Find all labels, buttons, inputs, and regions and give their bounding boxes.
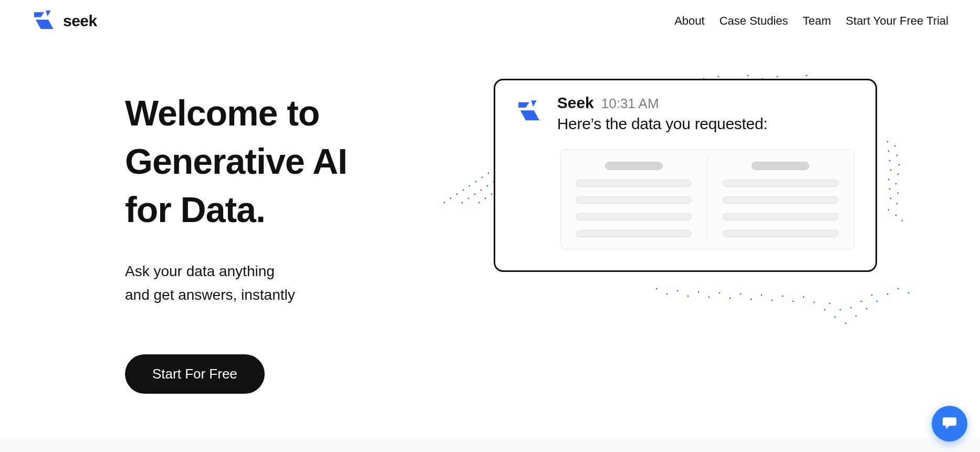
nav-link-start-trial[interactable]: Start Your Free Trial xyxy=(846,14,948,28)
svg-point-71 xyxy=(729,298,731,299)
svg-point-36 xyxy=(443,202,445,204)
logo-text: seek xyxy=(63,12,97,30)
footer-band xyxy=(0,439,980,452)
chat-card-title-row: Seek 10:31 AM xyxy=(557,94,860,112)
svg-point-35 xyxy=(450,198,451,199)
chat-timestamp: 10:31 AM xyxy=(601,96,659,112)
hero-sub-line2: and get answers, instantly xyxy=(125,287,295,303)
svg-point-59 xyxy=(890,198,891,199)
table-header-pill xyxy=(752,162,809,170)
svg-point-42 xyxy=(461,202,463,204)
svg-marker-94 xyxy=(518,102,529,108)
logo-icon xyxy=(32,10,57,31)
svg-point-69 xyxy=(708,297,710,298)
svg-point-63 xyxy=(901,220,903,222)
svg-point-76 xyxy=(781,296,783,297)
hero-title: Welcome to Generative AI for Data. xyxy=(125,89,441,234)
svg-point-56 xyxy=(895,183,896,185)
svg-point-40 xyxy=(474,194,475,195)
table-row-pill xyxy=(723,213,838,220)
svg-point-72 xyxy=(739,293,741,295)
hero-title-line3: for Data. xyxy=(125,190,265,229)
svg-point-80 xyxy=(823,309,825,311)
chat-avatar xyxy=(511,94,548,131)
svg-point-51 xyxy=(889,160,890,162)
svg-point-82 xyxy=(845,323,846,324)
svg-point-81 xyxy=(834,317,836,318)
chat-card-meta: Seek 10:31 AM Here’s the data you reques… xyxy=(557,94,860,133)
svg-point-26 xyxy=(776,76,778,78)
table-row-pill xyxy=(576,196,692,204)
svg-point-28 xyxy=(806,75,807,77)
svg-point-45 xyxy=(484,198,486,199)
hero-left: Welcome to Generative AI for Data. Ask y… xyxy=(0,73,441,394)
nav-link-case-studies[interactable]: Case Studies xyxy=(720,14,788,28)
svg-point-24 xyxy=(747,75,748,77)
svg-point-47 xyxy=(887,141,888,143)
svg-point-77 xyxy=(792,301,794,302)
svg-point-41 xyxy=(467,198,469,199)
svg-point-33 xyxy=(462,190,464,191)
svg-point-54 xyxy=(897,174,899,175)
svg-point-50 xyxy=(896,155,898,156)
chat-sender-name: Seek xyxy=(557,94,594,112)
svg-marker-1 xyxy=(46,10,51,16)
nav-link-team[interactable]: Team xyxy=(803,14,831,28)
nav-link-about[interactable]: About xyxy=(674,14,705,28)
svg-point-74 xyxy=(760,295,762,296)
hero-title-line2: Generative AI xyxy=(125,141,347,181)
table-row-pill xyxy=(723,230,838,237)
svg-point-55 xyxy=(888,179,889,181)
svg-marker-2 xyxy=(36,20,54,29)
svg-marker-95 xyxy=(531,100,536,107)
chat-message: Here’s the data you requested: xyxy=(557,115,860,133)
data-col-1 xyxy=(561,157,708,241)
svg-point-52 xyxy=(898,164,900,166)
svg-point-84 xyxy=(866,308,867,310)
table-row-pill xyxy=(576,180,692,187)
decoration-dots-bottom xyxy=(651,278,924,341)
data-table-placeholder xyxy=(560,150,854,249)
svg-point-30 xyxy=(481,177,483,178)
svg-point-61 xyxy=(888,209,889,211)
hero-subtitle: Ask your data anything and get answers, … xyxy=(125,260,441,307)
table-row-pill xyxy=(576,213,692,220)
svg-marker-96 xyxy=(520,110,539,120)
svg-point-92 xyxy=(860,301,862,302)
chat-launcher-button[interactable] xyxy=(932,406,967,442)
hero-title-line1: Welcome to xyxy=(125,93,319,133)
svg-point-91 xyxy=(850,307,851,309)
start-free-button[interactable]: Start For Free xyxy=(125,354,265,394)
svg-point-85 xyxy=(876,301,878,302)
svg-point-48 xyxy=(894,145,895,147)
seek-logo-icon xyxy=(516,99,543,125)
hero-section: Welcome to Generative AI for Data. Ask y… xyxy=(0,42,980,394)
svg-point-67 xyxy=(687,296,689,297)
svg-marker-0 xyxy=(34,12,44,17)
svg-point-49 xyxy=(888,151,889,152)
svg-point-75 xyxy=(771,300,773,301)
svg-point-73 xyxy=(750,299,752,300)
nav-bar: seek About Case Studies Team Start Your … xyxy=(0,0,980,42)
svg-point-65 xyxy=(666,293,668,295)
svg-point-68 xyxy=(697,291,699,293)
svg-point-66 xyxy=(676,290,678,292)
svg-point-88 xyxy=(908,292,909,294)
hero-right: Seek 10:31 AM Here’s the data you reques… xyxy=(441,73,980,367)
svg-point-34 xyxy=(456,194,457,195)
svg-point-60 xyxy=(896,203,898,205)
logo[interactable]: seek xyxy=(32,10,97,31)
chat-card-header: Seek 10:31 AM Here’s the data you reques… xyxy=(511,94,860,133)
svg-point-22 xyxy=(717,76,719,78)
svg-point-86 xyxy=(887,293,888,295)
svg-point-53 xyxy=(890,170,891,171)
table-row-pill xyxy=(723,180,838,187)
svg-point-93 xyxy=(871,295,872,296)
table-row-pill xyxy=(576,230,692,237)
data-col-2 xyxy=(707,157,854,241)
svg-point-46 xyxy=(478,202,479,204)
table-row-pill xyxy=(723,196,838,204)
svg-point-90 xyxy=(839,309,841,311)
chat-card: Seek 10:31 AM Here’s the data you reques… xyxy=(494,79,877,272)
nav-links: About Case Studies Team Start Your Free … xyxy=(674,14,948,28)
